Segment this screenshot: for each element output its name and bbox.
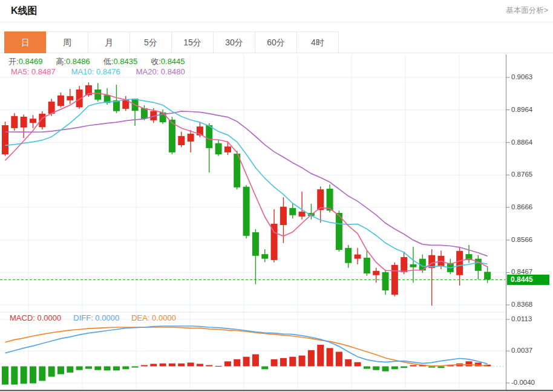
candle[interactable] [289, 208, 296, 215]
candle[interactable] [456, 251, 463, 275]
macd-bar [2, 367, 8, 385]
price-tick-label: 0.8368 [511, 301, 532, 308]
candle[interactable] [410, 264, 417, 267]
macd-bar [57, 367, 64, 374]
legend-item: 开:0.8469 [8, 56, 42, 67]
candle[interactable] [261, 254, 268, 259]
ohlc-readout: 开:0.8469高:0.8486低:0.8435收:0.8445 [8, 56, 185, 67]
candle[interactable] [373, 271, 379, 275]
candle[interactable] [428, 255, 435, 268]
candle[interactable] [67, 96, 73, 100]
macd-bar [224, 361, 231, 366]
macd-bar [150, 364, 157, 366]
macd-bar [67, 367, 73, 373]
macd-bar [438, 367, 445, 368]
candle[interactable] [401, 257, 407, 272]
legend-item: 高:0.8486 [56, 56, 90, 67]
candle[interactable] [317, 189, 324, 210]
tab-15分[interactable]: 15分 [171, 31, 214, 53]
candle[interactable] [21, 117, 27, 128]
tab-30分[interactable]: 30分 [213, 31, 255, 53]
macd-bar [401, 367, 407, 368]
tab-5分[interactable]: 5分 [129, 31, 172, 53]
macd-bar [30, 367, 36, 384]
tab-日[interactable]: 日 [4, 31, 47, 53]
candle[interactable] [345, 248, 352, 263]
ma-lines [5, 93, 488, 272]
fundamental-analysis-link[interactable]: 基本面分析> [506, 5, 548, 16]
candle[interactable] [484, 272, 491, 279]
legend-item: 低:0.8435 [103, 56, 137, 67]
price-tick-label: 0.8566 [511, 236, 532, 243]
macd-bar [243, 357, 250, 367]
ma-legend: MA5: 0.8487MA10: 0.8476MA20: 0.8480 [11, 67, 185, 76]
kline-app: K线图 基本面分析> 日周月5分15分30分60分4时 开:0.8469高:0.… [0, 0, 553, 392]
candle[interactable] [224, 146, 231, 152]
macd-bar [122, 367, 129, 370]
candle[interactable] [141, 108, 148, 119]
macd-bar [21, 367, 27, 384]
macd-bar [261, 367, 268, 370]
legend-item: MA5: 0.8487 [11, 67, 56, 76]
macd-bar [76, 367, 83, 370]
candle[interactable] [243, 187, 250, 236]
macd-bar [428, 367, 435, 368]
candle[interactable] [94, 90, 101, 100]
title-divider [0, 22, 553, 22]
candle[interactable] [382, 272, 389, 290]
candle[interactable] [327, 189, 333, 211]
candle[interactable] [57, 96, 64, 106]
macd-bar [188, 362, 194, 366]
macd-bar [178, 364, 185, 367]
macd-bar [317, 345, 324, 367]
legend-item: MACD: 0.0000 [10, 313, 61, 322]
macd-bar [280, 358, 287, 367]
macd-bar [85, 367, 92, 369]
ma10-line [5, 99, 488, 268]
tab-周[interactable]: 周 [46, 31, 88, 53]
candle[interactable] [355, 255, 361, 259]
macd-bar [308, 350, 315, 367]
macd-bar [373, 367, 379, 370]
candle[interactable] [215, 143, 222, 154]
candles-layer [2, 82, 491, 305]
macd-bar [364, 367, 370, 369]
macd-bar [206, 365, 212, 366]
candle[interactable] [280, 207, 287, 225]
macd-tick-label: 0.0113 [511, 315, 532, 322]
tab-4时[interactable]: 4时 [296, 31, 339, 53]
candle[interactable] [178, 136, 185, 145]
macd-bar [94, 367, 101, 370]
macd-tick-label: 0.0037 [511, 347, 532, 354]
macd-bar [160, 364, 166, 367]
legend-item: MA10: 0.8476 [71, 67, 120, 76]
macd-bar [410, 365, 417, 366]
price-tick-label: 0.8964 [511, 106, 532, 113]
legend-item: 收:0.8445 [151, 56, 185, 67]
candle[interactable] [11, 116, 18, 128]
tab-月[interactable]: 月 [88, 31, 130, 53]
candle[interactable] [364, 258, 370, 273]
candle[interactable] [206, 125, 212, 148]
price-tick-label: 0.8765 [511, 171, 532, 178]
ma5-line [5, 93, 488, 272]
legend-item: DIFF: 0.0000 [73, 313, 119, 322]
macd-bar [289, 357, 296, 367]
macd-tick-label: -0.0040 [511, 379, 535, 386]
macd-bar [169, 364, 175, 367]
page-title: K线图 [11, 5, 38, 18]
macd-bar [382, 367, 389, 371]
macd-bar [104, 367, 111, 371]
candle[interactable] [2, 125, 8, 154]
macd-bar [39, 367, 45, 381]
candle[interactable] [299, 212, 306, 217]
candle[interactable] [188, 134, 194, 142]
candle[interactable] [252, 232, 259, 256]
candle[interactable] [475, 259, 482, 271]
candle[interactable] [30, 119, 36, 123]
legend-item: MA20: 0.8480 [136, 67, 185, 76]
gridlines [0, 54, 505, 390]
tab-60分[interactable]: 60分 [255, 31, 297, 53]
price-tick-label: 0.8864 [511, 139, 532, 146]
candle[interactable] [391, 265, 398, 295]
